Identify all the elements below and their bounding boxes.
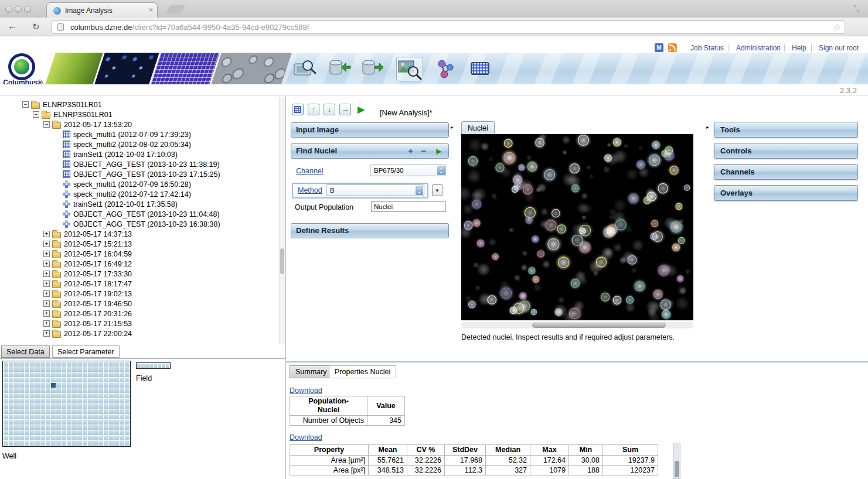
well-cell[interactable] — [14, 441, 19, 446]
well-cell[interactable] — [4, 394, 8, 398]
field-cell[interactable] — [158, 364, 161, 368]
well-cell[interactable] — [98, 415, 103, 419]
well-cell[interactable] — [46, 388, 50, 393]
well-cell[interactable] — [51, 378, 56, 382]
field-cell[interactable] — [137, 364, 141, 368]
well-cell[interactable] — [4, 372, 8, 377]
well-cell[interactable] — [120, 409, 124, 414]
plate-layout-icon[interactable] — [468, 57, 495, 81]
well-cell[interactable] — [30, 441, 35, 446]
well-cell[interactable] — [67, 430, 72, 435]
well-cell[interactable] — [109, 388, 114, 393]
well-cell[interactable] — [72, 420, 77, 425]
tree-item[interactable]: OBJECT_AGG_TEST (2013-10-23 11:04:48) — [0, 209, 279, 219]
well-cell[interactable] — [25, 394, 29, 398]
browser-tab[interactable]: Image Analysis — [46, 2, 158, 18]
tree-item[interactable]: −2012-05-17 13:53:20 — [0, 119, 279, 129]
well-cell[interactable] — [83, 436, 87, 440]
well-cell[interactable] — [72, 409, 77, 414]
well-cell[interactable] — [98, 372, 103, 377]
well-cell[interactable] — [51, 409, 56, 414]
well-cell[interactable] — [62, 367, 66, 372]
well-cell[interactable] — [93, 425, 98, 430]
plus-expand-icon[interactable]: + — [43, 300, 50, 307]
well-cell[interactable] — [25, 425, 29, 430]
database-export-icon[interactable] — [359, 57, 386, 81]
tab-properties-nuclei[interactable]: Properties Nuclei — [329, 365, 396, 378]
well-cell[interactable] — [35, 362, 40, 367]
well-cell[interactable] — [114, 362, 119, 367]
well-cell[interactable] — [83, 399, 87, 403]
well-cell[interactable] — [30, 430, 35, 435]
well-cell[interactable] — [30, 420, 35, 425]
well-cell[interactable] — [67, 420, 72, 425]
well-cell[interactable] — [40, 415, 45, 419]
well-cell[interactable] — [109, 399, 114, 403]
well-cell[interactable] — [104, 420, 108, 425]
well-cell[interactable] — [77, 425, 82, 430]
tree-item[interactable]: OBJECT_AGG_TEST (2013-10-23 16:38:38) — [0, 219, 279, 229]
well-cell[interactable] — [62, 425, 66, 430]
well-cell[interactable] — [62, 394, 66, 398]
well-cell[interactable] — [120, 394, 124, 398]
well-cell[interactable] — [104, 367, 108, 372]
well-cell[interactable] — [104, 436, 108, 440]
well-cell[interactable] — [51, 430, 56, 435]
well-cell[interactable] — [125, 409, 130, 414]
tab-nuclei[interactable]: Nuclei — [461, 121, 495, 135]
well-cell[interactable] — [19, 394, 24, 398]
well-cell[interactable] — [30, 362, 35, 367]
well-cell[interactable] — [9, 420, 13, 425]
run-step-icon[interactable] — [437, 144, 441, 158]
well-cell[interactable] — [120, 378, 124, 382]
well-cell[interactable] — [46, 362, 50, 367]
well-cell[interactable] — [120, 420, 124, 425]
well-cell[interactable] — [19, 430, 24, 435]
minus-expand-icon[interactable]: − — [43, 121, 50, 128]
well-cell[interactable] — [25, 362, 29, 367]
well-cell[interactable] — [83, 394, 87, 398]
well-cell[interactable] — [125, 367, 130, 372]
well-cell[interactable] — [25, 372, 29, 377]
link-administration[interactable]: Administration — [736, 44, 781, 52]
well-cell[interactable] — [4, 367, 8, 372]
well-cell[interactable] — [114, 367, 119, 372]
well-cell[interactable] — [104, 425, 108, 430]
well-cell[interactable] — [35, 388, 40, 393]
well-cell[interactable] — [9, 388, 13, 393]
tree-item[interactable]: speck_multi1 (2012-07-09 16:50:28) — [0, 179, 279, 189]
well-cell[interactable] — [93, 388, 98, 393]
tab-select-parameter[interactable]: Select Parameter — [52, 345, 120, 358]
well-cell[interactable] — [88, 430, 93, 435]
well-cell[interactable] — [40, 362, 45, 367]
well-cell[interactable] — [19, 420, 24, 425]
well-cell[interactable] — [72, 441, 77, 446]
well-cell[interactable] — [83, 430, 87, 435]
well-cell[interactable] — [88, 415, 93, 419]
well-cell[interactable] — [88, 394, 93, 398]
well-cell[interactable] — [67, 378, 72, 382]
overlays-button[interactable]: Overlays — [714, 185, 858, 201]
well-cell[interactable] — [40, 441, 45, 446]
well-cell[interactable] — [98, 388, 103, 393]
tree-item[interactable]: trainSet1 (2012-10-03 17:10:03) — [0, 149, 279, 159]
well-cell[interactable] — [40, 372, 45, 377]
well-cell[interactable] — [120, 436, 124, 440]
well-cell[interactable] — [93, 420, 98, 425]
well-cell[interactable] — [14, 436, 19, 440]
well-cell[interactable] — [19, 409, 24, 414]
well-cell[interactable] — [62, 378, 66, 382]
tree-item[interactable]: +2012-05-17 19:46:50 — [0, 299, 279, 309]
field-cell[interactable] — [154, 364, 157, 368]
well-cell[interactable] — [114, 425, 119, 430]
section-find-nuclei[interactable]: Find Nuclei — [291, 143, 449, 159]
well-cell[interactable] — [93, 409, 98, 414]
well-cell[interactable] — [46, 399, 50, 403]
well-cell[interactable] — [46, 367, 50, 372]
download-link[interactable]: Download — [290, 386, 322, 395]
well-cell[interactable] — [14, 430, 19, 435]
well-cell[interactable] — [72, 367, 77, 372]
well-cell[interactable] — [62, 362, 66, 367]
well-cell[interactable] — [4, 378, 8, 382]
plus-expand-icon[interactable]: + — [43, 320, 50, 327]
